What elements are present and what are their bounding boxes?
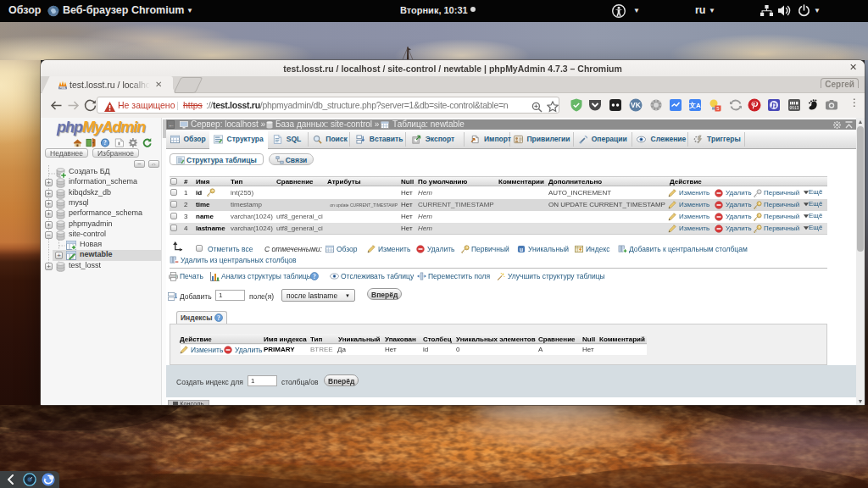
svg-text:u: u [520,247,523,252]
svg-text:文A: 文A [688,102,701,109]
svg-text:?: ? [313,274,316,280]
svg-text:?: ? [217,315,220,322]
svg-text:VK: VK [631,101,642,109]
svg-text:0613: 0613 [790,106,799,110]
svg-text:PMA: PMA [59,86,66,90]
svg-text:?: ? [103,139,107,147]
